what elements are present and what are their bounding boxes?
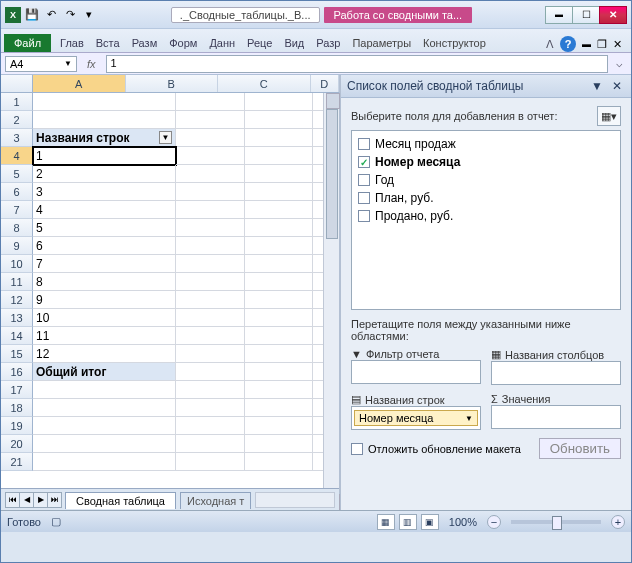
- file-tab[interactable]: Файл: [4, 34, 51, 52]
- update-button[interactable]: Обновить: [539, 438, 621, 459]
- doc-minimize-icon[interactable]: ▬: [582, 39, 591, 49]
- row-header[interactable]: 13: [1, 309, 33, 327]
- cell[interactable]: 6: [33, 237, 176, 255]
- field-checkbox[interactable]: [358, 138, 370, 150]
- row-header[interactable]: 21: [1, 453, 33, 471]
- vertical-scrollbar[interactable]: [323, 93, 339, 510]
- ribbon-tab[interactable]: Вид: [278, 34, 310, 52]
- cell[interactable]: [176, 219, 245, 237]
- zone-rows-box[interactable]: Номер месяца▼: [351, 406, 481, 430]
- cell[interactable]: 12: [33, 345, 176, 363]
- zoom-slider[interactable]: [511, 520, 601, 524]
- formula-input[interactable]: 1: [106, 55, 608, 73]
- cell[interactable]: [33, 93, 176, 111]
- cell[interactable]: [33, 417, 176, 435]
- macro-record-icon[interactable]: ▢: [51, 515, 61, 528]
- doc-restore-icon[interactable]: ❐: [597, 38, 607, 51]
- cell[interactable]: [176, 345, 245, 363]
- name-box[interactable]: A4▼: [5, 56, 77, 72]
- field-checkbox[interactable]: [358, 210, 370, 222]
- row-header[interactable]: 6: [1, 183, 33, 201]
- cell[interactable]: [176, 165, 245, 183]
- cell[interactable]: [245, 417, 314, 435]
- zone-values-box[interactable]: [491, 405, 621, 429]
- cell[interactable]: [245, 183, 314, 201]
- pane-dropdown-icon[interactable]: ▼: [591, 79, 603, 93]
- redo-icon[interactable]: ↷: [62, 7, 78, 23]
- minimize-button[interactable]: [545, 6, 573, 24]
- row-header[interactable]: 4: [1, 147, 33, 165]
- ribbon-tab[interactable]: Данн: [203, 34, 241, 52]
- cell[interactable]: 5: [33, 219, 176, 237]
- cell[interactable]: [245, 255, 314, 273]
- row-header[interactable]: 9: [1, 237, 33, 255]
- view-pagebreak-button[interactable]: ▣: [421, 514, 439, 530]
- cell[interactable]: [245, 111, 314, 129]
- cell[interactable]: [245, 237, 314, 255]
- ribbon-tab[interactable]: Форм: [163, 34, 203, 52]
- row-header[interactable]: 14: [1, 327, 33, 345]
- column-header[interactable]: D: [311, 75, 339, 92]
- doc-close-icon[interactable]: ✕: [613, 38, 622, 51]
- cell[interactable]: 10: [33, 309, 176, 327]
- row-header[interactable]: 2: [1, 111, 33, 129]
- cell[interactable]: [245, 363, 314, 381]
- cell[interactable]: [33, 381, 176, 399]
- row-header[interactable]: 16: [1, 363, 33, 381]
- cell[interactable]: [176, 237, 245, 255]
- cell[interactable]: 3: [33, 183, 176, 201]
- sheet-tab-active[interactable]: Сводная таблица: [65, 492, 176, 509]
- cell[interactable]: [245, 93, 314, 111]
- cell[interactable]: [176, 111, 245, 129]
- field-item[interactable]: Год: [356, 171, 616, 189]
- formula-expand-icon[interactable]: ⌵: [612, 57, 627, 70]
- row-header[interactable]: 12: [1, 291, 33, 309]
- row-header[interactable]: 11: [1, 273, 33, 291]
- sheet-nav-first[interactable]: ⏮: [5, 492, 20, 508]
- cell[interactable]: [176, 399, 245, 417]
- cell[interactable]: [245, 327, 314, 345]
- cell[interactable]: [33, 453, 176, 471]
- cell[interactable]: [176, 417, 245, 435]
- cell[interactable]: [245, 291, 314, 309]
- view-layout-button[interactable]: ▥: [399, 514, 417, 530]
- maximize-button[interactable]: [572, 6, 600, 24]
- sheet-nav-prev[interactable]: ◀: [19, 492, 34, 508]
- field-item[interactable]: План, руб.: [356, 189, 616, 207]
- row-header[interactable]: 19: [1, 417, 33, 435]
- zone-columns-box[interactable]: [491, 361, 621, 385]
- cell[interactable]: [245, 201, 314, 219]
- cell[interactable]: [176, 363, 245, 381]
- select-all-corner[interactable]: [1, 75, 33, 92]
- cell[interactable]: [245, 165, 314, 183]
- column-header[interactable]: B: [126, 75, 219, 92]
- cell[interactable]: [176, 201, 245, 219]
- row-header[interactable]: 20: [1, 435, 33, 453]
- filter-dropdown-icon[interactable]: ▼: [159, 131, 172, 144]
- cell[interactable]: [176, 435, 245, 453]
- cell[interactable]: [33, 399, 176, 417]
- cell[interactable]: [176, 147, 245, 165]
- cell[interactable]: 2: [33, 165, 176, 183]
- field-checkbox[interactable]: ✓: [358, 156, 370, 168]
- column-header[interactable]: A: [33, 75, 126, 92]
- cell[interactable]: [176, 381, 245, 399]
- ribbon-minimize-icon[interactable]: ᐱ: [546, 38, 554, 51]
- cell[interactable]: [245, 345, 314, 363]
- cell[interactable]: [176, 93, 245, 111]
- ribbon-tab[interactable]: Разм: [126, 34, 164, 52]
- cell[interactable]: [176, 255, 245, 273]
- defer-update-checkbox[interactable]: [351, 443, 363, 455]
- cell[interactable]: 1: [33, 147, 176, 165]
- cell[interactable]: [245, 399, 314, 417]
- help-icon[interactable]: ?: [560, 36, 576, 52]
- cell[interactable]: 11: [33, 327, 176, 345]
- cell[interactable]: [176, 453, 245, 471]
- cell[interactable]: Названия строк▼: [33, 129, 176, 147]
- qat-more-icon[interactable]: ▾: [81, 7, 97, 23]
- ribbon-tab[interactable]: Разр: [310, 34, 346, 52]
- row-header[interactable]: 17: [1, 381, 33, 399]
- view-normal-button[interactable]: ▦: [377, 514, 395, 530]
- row-header[interactable]: 8: [1, 219, 33, 237]
- undo-icon[interactable]: ↶: [43, 7, 59, 23]
